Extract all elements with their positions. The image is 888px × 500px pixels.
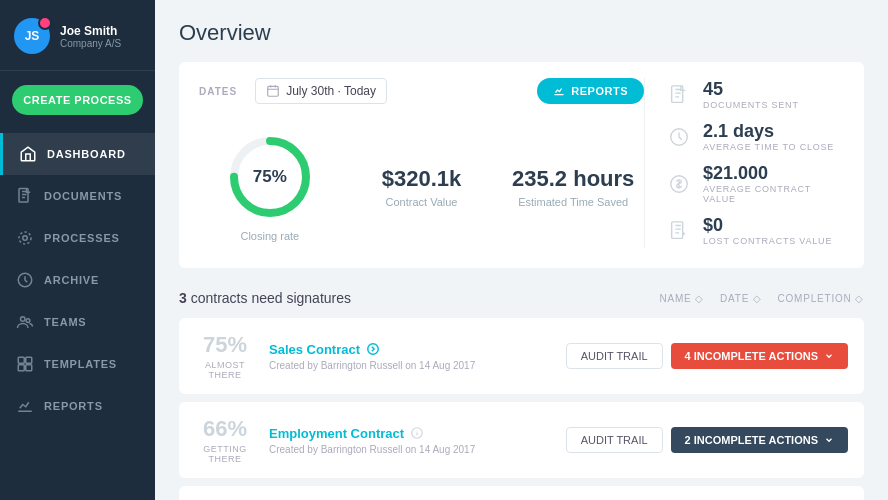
contracts-title: 3 contracts need signatures (179, 290, 351, 306)
sort-date[interactable]: DATE ◇ (720, 293, 762, 304)
stat-lost-label: LOST CONTRACTS VALUE (703, 236, 832, 246)
sidebar-item-documents[interactable]: DOCUMENTS (0, 175, 155, 217)
sidebar-item-processes[interactable]: PROCESSES (0, 217, 155, 259)
employment-pct-label: GETTING THERE (195, 444, 255, 464)
overview-card: DATES July 30th · Today REPORTS (179, 62, 864, 268)
sidebar-profile: JS Joe Smith Company A/S (0, 0, 155, 71)
stat-docs-sent-label: DOCUMENTS SENT (703, 100, 799, 110)
employment-contract-actions: AUDIT TRAIL 2 INCOMPLETE ACTIONS (566, 427, 848, 453)
closing-rate-label: Closing rate (240, 230, 299, 242)
sidebar-item-templates-label: TEMPLATES (44, 358, 117, 370)
sidebar: JS Joe Smith Company A/S CREATE PROCESS … (0, 0, 155, 500)
sales-pct-num: 75% (195, 332, 255, 358)
chevron-down-icon (824, 351, 834, 361)
sidebar-item-documents-label: DOCUMENTS (44, 190, 122, 202)
svg-rect-7 (26, 357, 32, 363)
sidebar-item-reports-label: REPORTS (44, 400, 103, 412)
stat-lost-value: $0 (703, 216, 832, 234)
sidebar-item-dashboard[interactable]: DASHBOARD (0, 133, 155, 175)
svg-rect-10 (268, 86, 279, 96)
sidebar-item-teams[interactable]: TEAMS (0, 301, 155, 343)
time-saved-label: Estimated Time Saved (502, 196, 644, 208)
time-saved-stat: 235.2 hours Estimated Time Saved (502, 166, 644, 208)
stat-time-close-info: 2.1 days AVERAGE TIME TO CLOSE (703, 122, 834, 152)
svg-rect-9 (26, 365, 32, 371)
date-picker[interactable]: July 30th · Today (255, 78, 387, 104)
avatar: JS (14, 18, 50, 54)
svg-point-5 (26, 319, 30, 323)
sidebar-nav: DASHBOARD DOCUMENTS PROCESSES AR (0, 133, 155, 427)
stat-avg-contract-info: $21.000 AVERAGE CONTRACT VALUE (703, 164, 844, 204)
info-icon (410, 426, 424, 440)
sidebar-item-dashboard-label: DASHBOARD (47, 148, 126, 160)
sales-contract-info: Sales Contract Created by Barrington Rus… (269, 342, 552, 371)
contract-value-label: Contract Value (351, 196, 493, 208)
employment-contract-pct: 66% GETTING THERE (195, 416, 255, 464)
employment-contract-name: Employment Contract (269, 426, 552, 441)
profile-company: Company A/S (60, 38, 121, 49)
dates-row: DATES July 30th · Today REPORTS (199, 78, 644, 104)
sales-incomplete-btn[interactable]: 4 INCOMPLETE ACTIONS (671, 343, 848, 369)
arrow-icon (366, 342, 380, 356)
sidebar-item-archive[interactable]: ARCHIVE (0, 259, 155, 301)
svg-rect-16 (672, 222, 683, 239)
sales-pct-label: ALMOST THERE (195, 360, 255, 380)
stat-lost-contracts: $0 LOST CONTRACTS VALUE (665, 216, 844, 246)
sidebar-item-processes-label: PROCESSES (44, 232, 120, 244)
sort-completion[interactable]: COMPLETION ◇ (778, 293, 865, 304)
stat-docs-sent: 45 DOCUMENTS SENT (665, 80, 844, 110)
chevron-down-icon (824, 435, 834, 445)
reports-icon (16, 397, 34, 415)
sales-contract-actions: AUDIT TRAIL 4 INCOMPLETE ACTIONS (566, 343, 848, 369)
svg-point-1 (23, 236, 28, 241)
teams-icon (16, 313, 34, 331)
sort-name[interactable]: NAME ◇ (660, 293, 704, 304)
reports-button[interactable]: REPORTS (537, 78, 644, 104)
sales-contract-meta: Created by Barrington Russell on 14 Aug … (269, 360, 552, 371)
sales-contract-name: Sales Contract (269, 342, 552, 357)
contracts-header: 3 contracts need signatures NAME ◇ DATE … (179, 290, 864, 306)
contract-value-stat: $320.1k Contract Value (351, 166, 493, 208)
svg-rect-6 (18, 357, 24, 363)
document-icon (16, 187, 34, 205)
processes-icon (16, 229, 34, 247)
stat-time-close: 2.1 days AVERAGE TIME TO CLOSE (665, 122, 844, 152)
sidebar-item-archive-label: ARCHIVE (44, 274, 99, 286)
overview-left: DATES July 30th · Today REPORTS (199, 78, 644, 248)
stat-time-close-label: AVERAGE TIME TO CLOSE (703, 142, 834, 152)
donut-chart: 75% (225, 132, 315, 222)
chart-icon (553, 85, 565, 97)
dates-area: DATES July 30th · Today (199, 78, 387, 104)
docs-icon (665, 81, 693, 109)
main-content: Overview DATES July 30th · Today (155, 0, 888, 500)
sidebar-item-reports[interactable]: REPORTS (0, 385, 155, 427)
dates-label: DATES (199, 86, 237, 97)
page-title: Overview (179, 20, 864, 46)
employment-audit-btn[interactable]: AUDIT TRAIL (566, 427, 663, 453)
overview-right: 45 DOCUMENTS SENT 2.1 days AVERAGE TIME … (644, 78, 844, 248)
svg-point-2 (19, 232, 31, 244)
contract-value: $320.1k (351, 166, 493, 192)
clock-icon (665, 123, 693, 151)
contract-card-employment: 66% GETTING THERE Employment Contract Cr… (179, 402, 864, 478)
sidebar-item-templates[interactable]: TEMPLATES (0, 343, 155, 385)
employment-incomplete-btn[interactable]: 2 INCOMPLETE ACTIONS (671, 427, 848, 453)
time-saved: 235.2 hours (502, 166, 644, 192)
stat-time-close-value: 2.1 days (703, 122, 834, 140)
stats-row: 75% Closing rate $320.1k Contract Value … (199, 122, 644, 248)
donut-label: 75% (253, 167, 287, 187)
employment-contract-info: Employment Contract Created by Barringto… (269, 426, 552, 455)
svg-rect-8 (18, 365, 24, 371)
contracts-sort: NAME ◇ DATE ◇ COMPLETION ◇ (660, 293, 865, 304)
stat-avg-contract: $21.000 AVERAGE CONTRACT VALUE (665, 164, 844, 204)
profile-name: Joe Smith (60, 24, 121, 38)
create-process-button[interactable]: CREATE PROCESS (12, 85, 143, 115)
contract-card-partial: Andrew G. Whitaker has not signed the co… (179, 486, 864, 500)
closing-rate-stat: 75% Closing rate (199, 132, 341, 242)
sales-audit-btn[interactable]: AUDIT TRAIL (566, 343, 663, 369)
lost-icon (665, 217, 693, 245)
svg-point-4 (21, 317, 26, 322)
dollar-icon (665, 170, 693, 198)
templates-icon (16, 355, 34, 373)
contract-card-sales: 75% ALMOST THERE Sales Contract Created … (179, 318, 864, 394)
